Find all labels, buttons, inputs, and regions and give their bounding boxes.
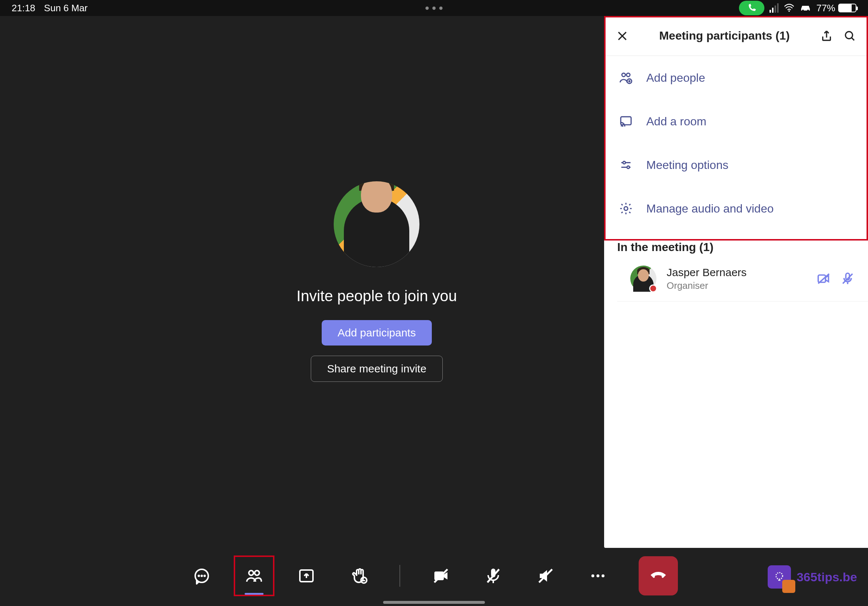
option-label: Meeting options [646,158,728,172]
svg-point-16 [591,574,594,577]
wifi-icon [784,4,795,12]
svg-point-1 [802,10,804,12]
mic-off-icon [840,271,855,286]
svg-point-19 [776,573,783,579]
svg-point-7 [249,571,254,575]
svg-point-5 [202,575,202,576]
chat-button[interactable] [190,564,213,587]
participants-panel: Meeting participants (1) Add people Add … [604,16,868,548]
in-meeting-heading: In the meeting (1) [604,230,868,263]
camera-off-icon [816,271,831,286]
add-participants-button[interactable]: Add participants [322,320,432,346]
battery-indicator: 77% [816,3,856,14]
option-label: Add people [646,71,705,85]
camera-button[interactable] [429,564,453,587]
meeting-options-option[interactable]: Meeting options [604,143,868,187]
share-screen-button[interactable] [295,564,318,587]
car-icon [800,4,811,12]
battery-percentage: 77% [816,3,835,14]
toolbar-divider [400,565,400,587]
manage-av-option[interactable]: Manage audio and video [604,187,868,230]
svg-point-27 [627,166,629,169]
svg-point-17 [597,574,599,577]
watermark: 365tips.be [768,565,857,589]
svg-point-21 [622,73,626,77]
svg-point-18 [601,574,604,577]
cast-icon [618,114,633,128]
svg-point-25 [621,125,622,127]
mic-button[interactable] [482,564,505,587]
multitask-dots[interactable] [426,6,443,10]
participants-button[interactable] [242,564,266,587]
svg-point-8 [255,571,259,575]
status-date: Sun 6 Mar [44,3,88,14]
people-add-icon [618,71,633,85]
presence-busy-icon [649,284,657,292]
hangup-button[interactable] [639,556,678,595]
svg-point-26 [623,161,626,164]
panel-title: Meeting participants (1) [637,29,811,43]
participant-role: Organiser [666,280,806,291]
svg-point-4 [198,575,199,576]
invite-heading: Invite people to join you [297,288,457,305]
svg-point-0 [788,10,790,12]
gear-icon [618,201,633,216]
svg-rect-24 [621,117,631,125]
participant-row[interactable]: Jasper Bernaers Organiser [617,263,868,301]
more-button[interactable] [586,564,609,587]
panel-header: Meeting participants (1) [604,16,868,56]
watermark-logo [768,565,791,589]
reactions-button[interactable] [347,564,370,587]
add-room-option[interactable]: Add a room [604,99,868,143]
option-label: Manage audio and video [646,202,774,215]
cellular-signal-icon [769,3,778,13]
home-indicator[interactable] [383,601,485,604]
share-button[interactable] [818,28,835,44]
share-invite-button[interactable]: Share meeting invite [311,356,443,382]
participant-avatar [630,266,656,292]
sliders-icon [618,158,633,172]
svg-point-2 [807,10,809,12]
status-bar: 21:18 Sun 6 Mar 77% [0,0,868,16]
status-time: 21:18 [12,3,35,14]
option-label: Add a room [646,115,706,128]
call-toolbar [0,552,868,600]
self-avatar [334,181,420,267]
add-people-option[interactable]: Add people [604,56,868,99]
close-button[interactable] [614,28,630,44]
svg-point-28 [624,207,628,210]
call-pill-icon[interactable] [739,1,764,15]
participant-name: Jasper Bernaers [666,266,806,279]
speaker-button[interactable] [534,564,557,587]
svg-point-22 [627,73,630,77]
svg-point-6 [204,575,205,576]
search-button[interactable] [842,28,858,44]
watermark-text: 365tips.be [797,570,857,584]
